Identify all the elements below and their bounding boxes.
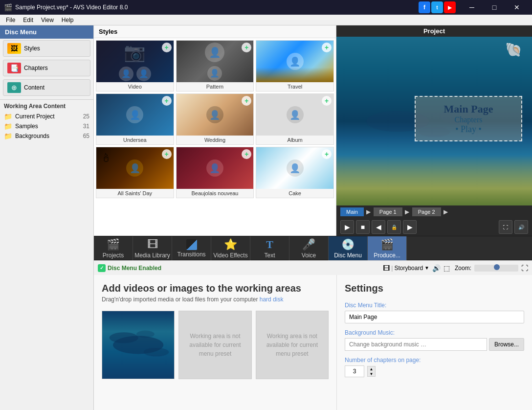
styles-grid-container[interactable]: 📷 👤 👤 + Video: [94, 38, 336, 236]
sidebar-chapters-button[interactable]: 📑 Chapters: [3, 60, 90, 76]
media-slot-2-text: Working area is not available for curren…: [179, 327, 251, 363]
chapters-down-button[interactable]: ▼: [367, 371, 375, 376]
sidebar-item-current-project[interactable]: 📁 Current Project 25: [0, 112, 93, 121]
style-item-album[interactable]: 👤 + Album: [256, 93, 334, 145]
layout-icon[interactable]: ⬚: [443, 264, 450, 272]
facebook-icon[interactable]: f: [419, 1, 430, 13]
disc-title-input[interactable]: [345, 311, 524, 323]
menu-overlay[interactable]: Main Page Chapters • Play •: [415, 96, 522, 141]
text-tool[interactable]: T Text: [250, 236, 289, 261]
menu-edit[interactable]: Edit: [19, 16, 37, 24]
style-thumb-travel: 👤 +: [256, 41, 333, 82]
style-item-cake[interactable]: 👤 + Cake: [256, 147, 334, 198]
add-allsaints-style[interactable]: +: [162, 149, 172, 159]
page-2-button[interactable]: Page 2: [412, 207, 441, 216]
media-slot-2[interactable]: Working area is not available for curren…: [178, 311, 251, 379]
bg-music-input[interactable]: [345, 338, 487, 351]
add-pattern-style[interactable]: +: [242, 43, 251, 52]
chapters-row: ▲ ▼: [345, 365, 524, 377]
chapters-input[interactable]: [345, 365, 364, 377]
add-beaujolais-style[interactable]: +: [242, 149, 251, 159]
disc-enabled-checkbox[interactable]: ✓: [98, 264, 106, 272]
audio-icon[interactable]: 🔊: [432, 264, 441, 272]
hard-disk-link[interactable]: hard disk: [260, 296, 284, 303]
working-area-subtitle: Drag'n'drop imported media or load files…: [102, 296, 329, 303]
add-travel-style[interactable]: +: [322, 43, 332, 52]
left-sidebar: Disc Menu 🖼 Styles 📑 Chapters ⊕ Content: [0, 25, 94, 410]
content-label: Content: [24, 84, 44, 91]
video-style-label: Video: [96, 82, 174, 91]
sidebar-content-button[interactable]: ⊕ Content: [3, 79, 90, 96]
stop-button[interactable]: ■: [356, 220, 370, 234]
style-thumb-wedding: 👤 +: [177, 94, 254, 136]
svg-point-4: [110, 332, 138, 343]
fullscreen-button[interactable]: ⛶: [499, 220, 512, 234]
twitter-icon[interactable]: t: [431, 1, 443, 13]
media-library-tool[interactable]: 🎞 Media Library: [133, 236, 172, 261]
disc-menu-header: Disc Menu: [0, 25, 93, 39]
produce-tool[interactable]: 🎬 Produce...: [368, 236, 407, 261]
minimize-button[interactable]: ─: [461, 0, 483, 15]
style-item-allsaints[interactable]: 🕯 👤 + All Saints' Day: [96, 147, 174, 198]
style-thumb-cake: 👤 +: [256, 147, 333, 189]
album-style-label: Album: [256, 136, 333, 144]
add-video-style[interactable]: +: [162, 43, 172, 52]
sidebar-styles-button[interactable]: 🖼 Styles: [3, 40, 90, 57]
sidebar-item-samples[interactable]: 📁 Samples 31: [0, 121, 93, 131]
youtube-icon[interactable]: ▶: [444, 1, 456, 13]
styles-panel-header: Styles: [94, 25, 336, 38]
style-item-undersea[interactable]: 👤 + Undersea: [96, 93, 174, 145]
projects-tool[interactable]: 🎬 Projects: [94, 236, 133, 261]
chapters-up-button[interactable]: ▲: [367, 366, 375, 371]
add-album-style[interactable]: +: [322, 96, 332, 106]
volume-button[interactable]: 🔊: [514, 220, 528, 234]
fit-icon[interactable]: ⛶: [521, 264, 528, 272]
beaujolais-style-label: Beaujolais nouveau: [177, 189, 254, 198]
prev-button[interactable]: ◀: [372, 220, 385, 234]
folder-icon-backgrounds: 📁: [4, 132, 12, 140]
chevron-right-icon-2: ▶: [404, 209, 410, 215]
add-undersea-style[interactable]: +: [162, 96, 172, 106]
maximize-button[interactable]: □: [483, 0, 506, 15]
page-1-button[interactable]: Page 1: [374, 207, 402, 216]
menu-view[interactable]: View: [37, 16, 58, 24]
app: 🎬 Sample Project.vep* - AVS Video Editor…: [0, 0, 532, 410]
page-main-button[interactable]: Main: [340, 207, 364, 216]
text-icon: T: [266, 238, 273, 251]
frame-lock-button[interactable]: 🔒: [387, 220, 401, 234]
video-effects-label: Video Effects: [213, 252, 247, 259]
transitions-tool[interactable]: Transitions: [172, 236, 211, 261]
play-button[interactable]: ▶: [340, 220, 354, 234]
chapters-field: Number of chapters on page: ▲ ▼: [345, 357, 524, 377]
media-slot-1[interactable]: [102, 311, 175, 379]
content-icon: ⊕: [7, 82, 21, 93]
samples-count: 31: [83, 123, 89, 130]
sidebar-item-backgrounds[interactable]: 📁 Backgrounds 65: [0, 131, 93, 141]
video-effects-tool[interactable]: ⭐ Video Effects: [211, 236, 250, 261]
preview-background: 🐚 Main Page Chapters • Play •: [336, 37, 532, 205]
next-button[interactable]: ▶: [403, 220, 417, 234]
style-item-video[interactable]: 📷 👤 👤 + Video: [96, 40, 174, 91]
menu-file[interactable]: File: [2, 16, 19, 24]
disc-menu-tool[interactable]: 💿 Disc Menu: [329, 236, 368, 261]
style-item-travel[interactable]: 👤 + Travel: [256, 40, 334, 91]
zoom-slider[interactable]: [474, 265, 518, 272]
folder-icon-samples: 📁: [4, 122, 12, 130]
menu-help[interactable]: Help: [58, 16, 78, 24]
close-button[interactable]: ✕: [506, 0, 528, 15]
zoom-thumb[interactable]: [494, 264, 500, 270]
playback-controls: ▶ ■ ◀ 🔒 ▶ ⛶ 🔊: [336, 218, 532, 236]
style-item-wedding[interactable]: 👤 + Wedding: [176, 93, 254, 145]
working-area-content-header: Working Area Content: [0, 99, 93, 112]
travel-style-label: Travel: [256, 82, 333, 91]
media-slot-3[interactable]: Working area is not available for curren…: [256, 311, 329, 379]
add-cake-style[interactable]: +: [322, 149, 332, 159]
storyboard-toggle[interactable]: 🎞 | Storyboard ▼: [383, 264, 429, 272]
add-wedding-style[interactable]: +: [242, 96, 251, 106]
style-item-pattern[interactable]: 👤 👤 + Pattern: [176, 40, 254, 91]
browse-button[interactable]: Browse...: [489, 338, 524, 351]
preview-menu-play: • Play •: [425, 124, 511, 135]
style-item-beaujolais[interactable]: 👤 + Beaujolais nouveau: [176, 147, 254, 198]
voice-tool[interactable]: 🎤 Voice: [289, 236, 329, 261]
styles-label: Styles: [24, 45, 40, 52]
